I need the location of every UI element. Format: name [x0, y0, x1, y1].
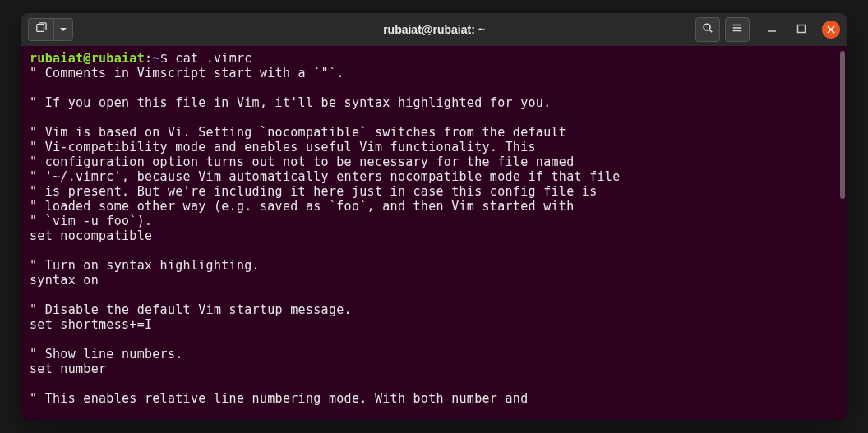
- output-line: set number: [30, 362, 838, 376]
- close-icon: [827, 22, 835, 37]
- output-line: " `vim -u foo`).: [30, 214, 838, 228]
- output-line: [30, 376, 838, 391]
- search-button[interactable]: [695, 17, 720, 42]
- chevron-down-icon: [59, 22, 67, 37]
- svg-line-2: [709, 30, 712, 32]
- window-title: rubaiat@rubaiat: ~: [383, 23, 485, 36]
- minimize-icon: [767, 22, 777, 37]
- output-line: " '~/.vimrc', because Vim automatically …: [30, 169, 838, 184]
- svg-rect-0: [37, 25, 44, 32]
- output-line: " Comments in Vimscript start with a `"`…: [30, 66, 838, 81]
- svg-point-1: [704, 24, 710, 30]
- prompt-user-host: rubaiat@rubaiat: [30, 51, 145, 66]
- output-line: [30, 81, 838, 95]
- hamburger-icon: [732, 22, 743, 37]
- output-line: " Turn on syntax highlighting.: [30, 258, 838, 273]
- output-line: " Vi-compatibility mode and enables usef…: [30, 140, 838, 154]
- new-tab-button[interactable]: [28, 18, 53, 41]
- window-controls: [763, 21, 840, 39]
- menu-button[interactable]: [725, 17, 750, 42]
- output-line: syntax on: [30, 273, 838, 288]
- output-line: [30, 288, 838, 302]
- minimize-button[interactable]: [763, 21, 781, 39]
- titlebar-right: [695, 17, 840, 42]
- prompt-line: rubaiat@rubaiat:~$ cat .vimrc: [30, 51, 838, 66]
- output-line: [30, 243, 838, 258]
- output-line: " Vim is based on Vi. Setting `nocompati…: [30, 125, 838, 140]
- new-tab-icon: [35, 22, 47, 37]
- titlebar-left: [28, 18, 73, 41]
- prompt-command: cat .vimrc: [168, 51, 252, 66]
- output-line: " This enables relative line numbering m…: [30, 391, 838, 406]
- output-line: set shortmess+=I: [30, 317, 838, 332]
- scrollbar[interactable]: [840, 51, 845, 199]
- output-line: [30, 332, 838, 347]
- output-line: " loaded some other way (e.g. saved as `…: [30, 199, 838, 214]
- output-line: " If you open this file in Vim, it'll be…: [30, 95, 838, 110]
- maximize-icon: [796, 22, 806, 37]
- new-tab-dropdown[interactable]: [53, 18, 73, 41]
- svg-rect-7: [798, 25, 806, 33]
- titlebar: rubaiat@rubaiat: ~: [21, 13, 847, 46]
- output-line: " configuration option turns out not to …: [30, 154, 838, 169]
- terminal-output: " Comments in Vimscript start with a `"`…: [30, 66, 838, 406]
- output-line: " Disable the default Vim startup messag…: [30, 302, 838, 317]
- prompt-path: ~: [152, 51, 159, 66]
- output-line: " is present. But we're including it her…: [30, 184, 838, 199]
- terminal-body[interactable]: rubaiat@rubaiat:~$ cat .vimrc " Comments…: [21, 46, 847, 420]
- prompt-dollar: $: [160, 51, 168, 66]
- maximize-button[interactable]: [792, 21, 810, 39]
- search-icon: [702, 22, 713, 37]
- prompt-colon: :: [145, 51, 152, 66]
- close-button[interactable]: [822, 21, 840, 39]
- output-line: set nocompatible: [30, 228, 838, 243]
- output-line: " Show line numbers.: [30, 347, 838, 362]
- terminal-window: rubaiat@rubaiat: ~: [21, 13, 847, 420]
- output-line: [30, 110, 838, 125]
